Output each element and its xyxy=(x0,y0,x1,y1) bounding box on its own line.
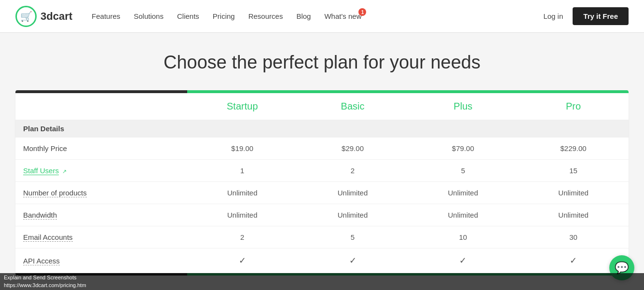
table-row-email-accounts: Email Accounts 2 5 10 30 xyxy=(15,226,629,249)
val-startup-api: ✓ xyxy=(187,249,298,273)
feature-num-products[interactable]: Number of products xyxy=(15,182,187,204)
val-plus-products: Unlimited xyxy=(408,182,518,204)
checkmark-plus-api: ✓ xyxy=(459,256,466,265)
feature-monthly-price: Monthly Price xyxy=(15,138,187,160)
staff-users-ext-icon: ↗ xyxy=(62,168,67,174)
val-plus-api: ✓ xyxy=(408,249,518,273)
val-basic-staff: 2 xyxy=(298,160,408,182)
checkmark-pro-api: ✓ xyxy=(570,256,577,265)
nav-blog[interactable]: Blog xyxy=(296,12,311,20)
navbar: 🛒 3dcart Features Solutions Clients Pric… xyxy=(0,0,644,33)
val-plus-email: 10 xyxy=(408,226,518,249)
feature-api-access[interactable]: API Access xyxy=(15,249,187,273)
nav-links: Features Solutions Clients Pricing Resou… xyxy=(92,12,543,20)
checkmark-basic-api: ✓ xyxy=(349,256,356,265)
status-line1: Explain and Send Screenshots xyxy=(4,274,640,275)
nav-clients[interactable]: Clients xyxy=(177,12,199,20)
nav-whats-new[interactable]: What's new 1 xyxy=(324,12,361,20)
logo-icon: 🛒 xyxy=(15,6,37,27)
plan-name-plus: Plus xyxy=(408,93,518,120)
status-bar: Explain and Send Screenshots https://www… xyxy=(0,273,644,275)
val-startup-email: 2 xyxy=(187,226,298,249)
plan-name-row: Startup Basic Plus Pro xyxy=(15,93,629,120)
section-header-row: Plan Details xyxy=(15,120,629,138)
val-plus-staff: 5 xyxy=(408,160,518,182)
val-pro-products: Unlimited xyxy=(518,182,629,204)
table-row-bandwidth: Bandwidth Unlimited Unlimited Unlimited … xyxy=(15,204,629,226)
main-content: Choose the perfect plan for your needs S… xyxy=(0,33,644,276)
chat-icon: 💬 xyxy=(615,261,629,275)
val-pro-staff: 15 xyxy=(518,160,629,182)
val-startup-bandwidth: Unlimited xyxy=(187,204,298,226)
val-basic-products: Unlimited xyxy=(298,182,408,204)
plan-name-startup: Startup xyxy=(187,93,298,120)
whats-new-badge: 1 xyxy=(358,8,366,16)
table-row-staff-users: Staff Users ↗ 1 2 5 15 xyxy=(15,160,629,182)
bandwidth-link[interactable]: Bandwidth xyxy=(23,211,57,220)
table-row-num-products: Number of products Unlimited Unlimited U… xyxy=(15,182,629,204)
nav-resources[interactable]: Resources xyxy=(248,12,283,20)
login-link[interactable]: Log in xyxy=(543,12,563,20)
nav-pricing[interactable]: Pricing xyxy=(213,12,235,20)
checkmark-startup-api: ✓ xyxy=(239,256,246,265)
val-pro-price: $229.00 xyxy=(518,138,629,160)
val-startup-products: Unlimited xyxy=(187,182,298,204)
section-header-cell: Plan Details xyxy=(15,120,629,138)
api-access-link[interactable]: API Access xyxy=(23,257,60,265)
val-basic-bandwidth: Unlimited xyxy=(298,204,408,226)
plan-name-pro: Pro xyxy=(518,93,629,120)
val-startup-staff: 1 xyxy=(187,160,298,182)
feature-bandwidth[interactable]: Bandwidth xyxy=(15,204,187,226)
nav-solutions[interactable]: Solutions xyxy=(134,12,164,20)
num-products-link[interactable]: Number of products xyxy=(23,189,87,197)
val-plus-price: $79.00 xyxy=(408,138,518,160)
nav-features[interactable]: Features xyxy=(92,12,120,20)
staff-users-link[interactable]: Staff Users xyxy=(23,166,59,175)
nav-whats-new-label: What's new xyxy=(324,12,361,20)
plan-name-empty xyxy=(15,93,187,120)
email-accounts-link[interactable]: Email Accounts xyxy=(23,233,73,242)
val-basic-api: ✓ xyxy=(298,249,408,273)
nav-right: Log in Try it Free xyxy=(543,7,629,25)
table-row-monthly-price: Monthly Price $19.00 $29.00 $79.00 $229.… xyxy=(15,138,629,160)
logo[interactable]: 🛒 3dcart xyxy=(15,6,72,27)
feature-email-accounts[interactable]: Email Accounts xyxy=(15,226,187,249)
val-pro-bandwidth: Unlimited xyxy=(518,204,629,226)
val-pro-email: 30 xyxy=(518,226,629,249)
val-basic-price: $29.00 xyxy=(298,138,408,160)
val-startup-price: $19.00 xyxy=(187,138,298,160)
val-plus-bandwidth: Unlimited xyxy=(408,204,518,226)
page-title: Choose the perfect plan for your needs xyxy=(15,52,629,73)
plan-name-basic: Basic xyxy=(298,93,408,120)
val-basic-email: 5 xyxy=(298,226,408,249)
table-row-api-access: API Access ✓ ✓ ✓ ✓ xyxy=(15,249,629,273)
pricing-table: Startup Basic Plus Pro Plan Details Mont… xyxy=(15,90,629,276)
feature-staff-users[interactable]: Staff Users ↗ xyxy=(15,160,187,182)
logo-text: 3dcart xyxy=(41,10,72,23)
try-free-button[interactable]: Try it Free xyxy=(573,7,629,25)
